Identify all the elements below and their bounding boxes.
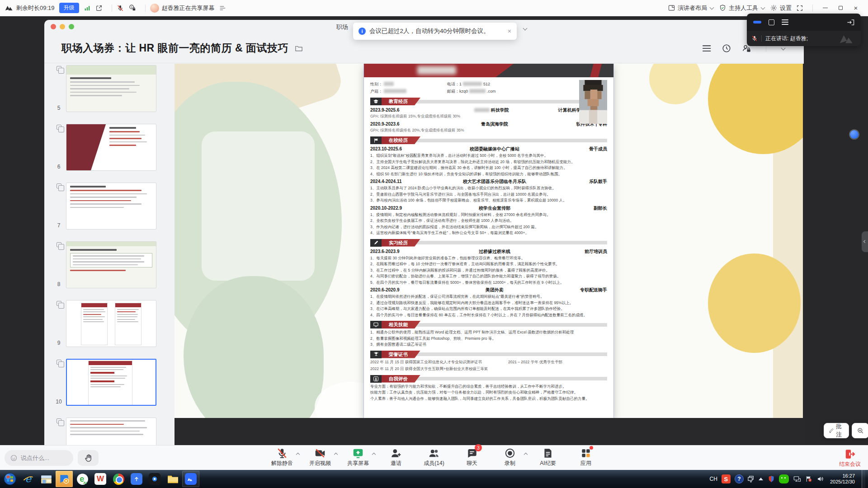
sogou-input-icon[interactable]: S — [722, 474, 731, 483]
quick-chat-input[interactable]: 说点什么... — [5, 450, 73, 466]
upgrade-button[interactable]: 升级 — [59, 3, 79, 13]
mic-muted-icon[interactable] — [117, 5, 124, 12]
expand-options-caret[interactable] — [296, 453, 300, 456]
wechat-tray-icon[interactable] — [779, 474, 789, 483]
list-view-icon[interactable] — [782, 19, 788, 25]
fullscreen-icon[interactable] — [796, 5, 803, 12]
slide-tag-icon — [57, 418, 61, 423]
slide-preview[interactable] — [66, 183, 156, 230]
share-screen-icon[interactable] — [352, 447, 364, 459]
chat-icon[interactable]: 3 — [466, 447, 478, 459]
sharing-detail-icon[interactable] — [219, 5, 226, 11]
toolbar-invite[interactable]: 邀请 — [384, 447, 408, 467]
taskbar-ie-icon[interactable]: e — [19, 471, 37, 487]
cam-off-icon[interactable] — [314, 447, 326, 459]
raise-hand-button[interactable] — [78, 450, 99, 466]
toolbar-members[interactable]: 成员(14) — [422, 447, 446, 467]
record-icon[interactable] — [504, 447, 516, 459]
slide-preview[interactable] — [66, 124, 156, 171]
help-tray-icon[interactable]: ? — [735, 474, 744, 483]
zoom-in-button[interactable] — [852, 423, 868, 438]
end-meeting-button[interactable]: 结束会议 — [839, 448, 861, 468]
slide-thumbnail-8[interactable]: 8 — [54, 241, 159, 288]
slide-tag-icon — [57, 66, 61, 71]
toolbar-mic-off[interactable]: 解除静音 — [270, 447, 294, 467]
taskbar-explorer-icon[interactable] — [38, 471, 55, 487]
volume-tray-icon[interactable] — [816, 475, 824, 483]
taskbar-dark-app-icon[interactable] — [146, 471, 163, 487]
assistant-floating-button[interactable] — [850, 130, 859, 139]
collapse-panel-icon[interactable] — [847, 19, 854, 26]
shared-screen-stage: 职场 职场入场券：让 HR 眼前一亮的简历 & 面试技巧 — [0, 16, 868, 445]
toolbar-apps[interactable]: 应用 — [574, 447, 598, 467]
apps-icon[interactable] — [580, 447, 592, 459]
menu-icon[interactable] — [703, 45, 712, 52]
slide-preview[interactable] — [66, 418, 156, 445]
taskbar-clock[interactable]: 16:27 2025/12/30 — [830, 473, 855, 485]
timer-icon[interactable] — [722, 43, 731, 53]
toolbar-share-screen[interactable]: 共享屏幕 — [346, 447, 370, 467]
toolbar-label: 应用 — [580, 460, 591, 467]
slide-preview[interactable] — [66, 65, 156, 112]
security-tray-icon[interactable] — [768, 475, 775, 483]
slide-thumbnail-5[interactable]: 5 — [54, 65, 159, 112]
taskbar-ai-browser-icon[interactable]: eAI — [74, 471, 91, 487]
slide-canvas[interactable]: 性别：电话：1512户籍：邮箱：kzq0.com教育经历2023.9-2025.… — [175, 64, 804, 445]
slide-thumbnail-11[interactable]: 11 — [54, 418, 159, 445]
expand-options-caret[interactable] — [372, 453, 376, 456]
slide-preview[interactable] — [66, 359, 156, 406]
slide-preview[interactable] — [66, 241, 156, 288]
resume-bullet: 个人素养：善于与他人沟通合作，能够快速融入团队，与同事建立良好的工作关系，具备团… — [370, 396, 607, 402]
current-slide: 性别：电话：1512户籍：邮箱：kzq0.com教育经历2023.9-2025.… — [175, 64, 803, 418]
slide-tag-icon — [57, 125, 61, 130]
screen-lock-icon[interactable]: S — [128, 4, 136, 12]
toolbar-record[interactable]: 录制 — [498, 447, 522, 467]
toast-close-icon[interactable]: × — [508, 28, 511, 35]
slide-thumbnail-10[interactable]: 10 — [54, 359, 159, 406]
windows-stack-icon[interactable] — [748, 475, 754, 483]
show-hidden-icons[interactable] — [758, 477, 764, 481]
taskbar-wps-icon[interactable]: W — [92, 471, 109, 487]
settings-button[interactable]: 设置 — [770, 4, 792, 12]
expand-options-caret[interactable] — [334, 453, 338, 456]
section-screen-icon — [370, 321, 382, 328]
remaining-time: 剩余时长09:19 — [16, 4, 55, 12]
mic-off-icon[interactable] — [276, 447, 288, 459]
layout-menu[interactable]: 演讲者布局 — [668, 4, 714, 12]
annotate-button[interactable]: 批注 — [824, 423, 849, 438]
network-signal-icon[interactable] — [84, 5, 91, 12]
toolbar-cam-off[interactable]: 开启视频 — [308, 447, 332, 467]
input-language[interactable]: CH — [710, 476, 717, 482]
start-button[interactable] — [1, 471, 19, 487]
mac-traffic-lights[interactable] — [51, 24, 74, 29]
resume-bullet: 3、在工作过程中，在 5 分钟内解决顾客的投诉和问题，并通过热情周到的服务，赢得… — [370, 268, 607, 273]
expand-options-caret[interactable] — [524, 453, 528, 456]
slide-thumbnail-9[interactable]: 9 — [54, 300, 159, 347]
title-dropdown-icon[interactable] — [523, 24, 528, 33]
collapse-panel-handle[interactable] — [862, 231, 868, 252]
taskbar-chat-app-active[interactable] — [56, 471, 73, 487]
resume-section-header: 荣誉证书 — [370, 351, 607, 358]
thumbnail-view-icon[interactable] — [769, 19, 774, 25]
taskbar-docs-icon[interactable] — [128, 471, 145, 487]
slide-thumbnail-7[interactable]: 7 — [54, 183, 159, 230]
windows-taskbar: e eAI W CH S ? — [0, 470, 868, 488]
host-tools-menu[interactable]: 主持人工具 — [719, 4, 765, 12]
toolbar-chat[interactable]: 3 聊天 — [460, 447, 484, 467]
minimized-view-icon[interactable] — [753, 21, 761, 23]
taskbar-folder-icon[interactable] — [164, 471, 181, 487]
share-out-icon[interactable] — [95, 5, 103, 12]
slide-preview[interactable] — [66, 300, 156, 347]
network-tray-icon[interactable] — [793, 475, 801, 483]
ai-notes-icon[interactable] — [542, 447, 554, 459]
taskbar-meeting-icon[interactable] — [182, 471, 199, 487]
show-desktop-button[interactable] — [862, 470, 865, 488]
members-icon[interactable] — [428, 447, 440, 459]
taskbar-chrome-icon[interactable] — [110, 471, 127, 487]
invite-icon[interactable] — [390, 447, 402, 459]
folder-icon[interactable] — [295, 45, 303, 52]
action-center-flag-icon[interactable] — [805, 475, 812, 483]
toolbar-ai-notes[interactable]: AI纪要 — [536, 447, 560, 467]
slide-thumbnail-6[interactable]: 6 — [54, 124, 159, 171]
clock-date: 2025/12/30 — [830, 479, 855, 484]
